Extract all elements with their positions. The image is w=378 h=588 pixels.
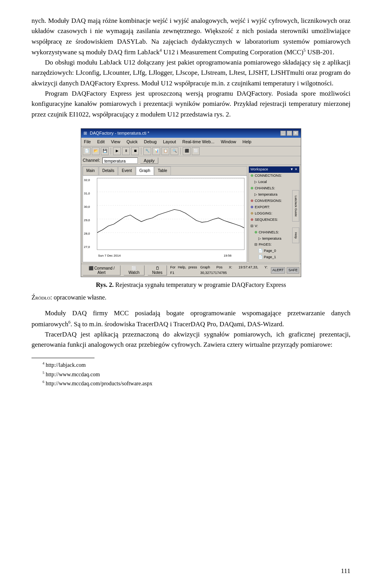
ws-page1[interactable]: 📄 Page_1 xyxy=(257,254,299,261)
menu-window[interactable]: Window xyxy=(220,138,237,146)
menu-layout[interactable]: Layout xyxy=(162,138,177,146)
maximize-button[interactable]: □ xyxy=(287,131,292,136)
paragraph-5: TracerDAQ jest aplikacją przeznaczoną do… xyxy=(32,329,350,350)
toolbar-btn-2[interactable]: 📂 xyxy=(92,147,100,155)
caption-label: Rys. 2. xyxy=(96,281,114,288)
source-line: Źródło: opracowanie własne. xyxy=(32,293,350,303)
toolbar-btn-12[interactable]: ⬜ xyxy=(192,147,200,155)
footnote-4: 4 http://labjack.com xyxy=(32,361,350,369)
ws-local[interactable]: ▷ Local xyxy=(253,179,299,185)
statusbar: ⬛ Command / Alert ⬜ Watch 🗒 Notes For He… xyxy=(81,264,301,277)
caption-text: Rejestracja sygnału temperatury w progra… xyxy=(115,281,286,288)
conversions-label: CONVERSIONS: xyxy=(255,198,282,204)
menu-bar[interactable]: File Edit View Quick Debug Layout Real-t… xyxy=(81,138,301,146)
alert-badge: ALERT xyxy=(271,267,285,274)
graph-area: 32,0 31,0 30,0 29,0 28,0 27,0 xyxy=(83,176,247,262)
export-label: EXPORT: xyxy=(255,205,270,210)
page-number: 111 xyxy=(341,566,350,576)
figure-caption: Rys. 2. Rejestracja sygnału temperatury … xyxy=(96,280,286,290)
tab-event[interactable]: Event xyxy=(118,166,135,175)
graph-inner[interactable] xyxy=(97,178,245,250)
cmd-icon: ⬛ xyxy=(89,266,93,270)
close-button[interactable]: ✕ xyxy=(293,131,298,136)
sequences-label: SEQUENCES: xyxy=(255,217,278,223)
graph-time-label: 19:56 xyxy=(224,253,232,258)
channels2-icon: ⊕ xyxy=(254,230,258,235)
toolbar-btn-3[interactable]: 💾 xyxy=(101,147,109,155)
window-title: ⊞ DAQFactory - temperatura.cti * xyxy=(83,130,149,137)
source-label: Źródło xyxy=(32,294,50,301)
menu-debug[interactable]: Debug xyxy=(143,138,158,146)
toolbar-btn-11[interactable]: ⬛ xyxy=(183,147,191,155)
channels-label-1: CHANNELS: xyxy=(255,186,275,191)
toolbar-btn-4[interactable]: ▶ xyxy=(113,147,121,155)
temperatura2-icon: ▷ xyxy=(258,236,261,242)
v-icon: ⊟ xyxy=(250,224,254,229)
menu-file[interactable]: File xyxy=(83,138,92,146)
ws-page0[interactable]: 📄 Page_0 xyxy=(257,248,299,254)
toolbar-btn-1[interactable]: 📄 xyxy=(83,147,91,155)
tab-table[interactable]: Table xyxy=(154,166,171,175)
toolbar-btn-7[interactable]: 🔧 xyxy=(143,147,151,155)
channel-input[interactable]: temperatura xyxy=(102,157,138,164)
window-titlebar: ⊞ DAQFactory - temperatura.cti * _ □ ✕ xyxy=(81,129,301,138)
tab-graph[interactable]: Graph xyxy=(136,166,154,175)
graph-panel: Main Details Event Graph Table 32,0 31,0 xyxy=(82,166,247,263)
workspace-header: Workspace ▼ ✕ xyxy=(249,166,299,173)
main-area: Main Details Event Graph Table 32,0 31,0 xyxy=(81,165,301,264)
toolbar-separator-3 xyxy=(180,148,181,155)
workspace-controls[interactable]: ▼ ✕ xyxy=(290,167,298,172)
graph-tabs[interactable]: Main Details Event Graph Table xyxy=(83,166,247,176)
menu-quick[interactable]: Quick xyxy=(125,138,139,146)
ws-connections[interactable]: ⊕ CONNECTIONS: xyxy=(249,173,299,179)
menu-view[interactable]: View xyxy=(110,138,122,146)
local-label: Local xyxy=(258,179,267,185)
help-tab[interactable]: Help xyxy=(292,227,299,243)
y-label-5: 28,0 xyxy=(84,231,90,236)
connections-icon: ⊕ xyxy=(250,173,254,179)
graph-svg xyxy=(97,178,244,246)
graph-pos: Graph Pos X: 19:57:47,33, Y: 30,32717174… xyxy=(200,265,268,276)
toolbar-btn-8[interactable]: 📊 xyxy=(152,147,160,155)
watch-button[interactable]: ⬜ Watch xyxy=(124,265,145,276)
help-hint: For Help, press F1 xyxy=(170,265,197,276)
watch-icon: ⬜ xyxy=(132,266,136,270)
tab-details[interactable]: Details xyxy=(99,166,118,175)
y-label-4: 29,0 xyxy=(84,218,90,223)
footnotes: 4 http://labjack.com 5 http://www.mccdaq… xyxy=(32,361,350,388)
alert-safe-badges: ALERT SAFE xyxy=(271,267,299,274)
temperatura1-label: temperatura xyxy=(258,192,278,198)
channels-label-2: CHANNELS: xyxy=(259,230,279,235)
minimize-button[interactable]: _ xyxy=(280,131,286,136)
pages-icon: ⊟ xyxy=(254,242,258,248)
cmd-alert-button[interactable]: ⬛ Command / Alert xyxy=(83,265,120,276)
menu-help[interactable]: Help xyxy=(241,138,253,146)
apply-button[interactable]: Apply xyxy=(140,157,158,164)
window-controls[interactable]: _ □ ✕ xyxy=(280,131,298,136)
menu-realtime[interactable]: Real-time Web... xyxy=(181,138,216,146)
toolbar-btn-5[interactable]: ⏸ xyxy=(122,147,130,155)
channel-bar: Channel: temperatura Apply xyxy=(81,156,301,165)
cmd-label: Command / Alert xyxy=(94,266,115,275)
toolbar-btn-9[interactable]: 📋 xyxy=(161,147,169,155)
notes-label: Notes xyxy=(152,270,163,275)
main-content: nych. Moduły DAQ mają różne kombinacje w… xyxy=(32,16,350,388)
labjack-guide-tab[interactable]: LabJack Guide xyxy=(292,190,299,222)
temperatura2-label: temperatura xyxy=(262,236,282,242)
toolbar-btn-10[interactable]: 🔍 xyxy=(170,147,178,155)
graph-date-label: Sun 7 Dec 2014 xyxy=(98,253,120,258)
safe-badge: SAFE xyxy=(287,267,299,274)
watch-label: Watch xyxy=(128,270,139,275)
y-label-1: 32,0 xyxy=(84,178,90,183)
toolbar-btn-6[interactable]: ⏹ xyxy=(131,147,139,155)
page0-icon: 📄 xyxy=(258,248,263,254)
workspace-title: Workspace xyxy=(250,167,268,172)
tab-main[interactable]: Main xyxy=(83,166,98,175)
export-icon: ⊕ xyxy=(250,205,254,210)
menu-edit[interactable]: Edit xyxy=(96,138,106,146)
notes-button[interactable]: 🗒 Notes xyxy=(148,265,167,276)
toolbar-separator-1 xyxy=(111,148,111,155)
figure-image: ⊞ DAQFactory - temperatura.cti * _ □ ✕ F… xyxy=(81,128,301,277)
temperatura1-icon: ▷ xyxy=(254,192,257,198)
footnote-6: 6 http://www.mccdaq.com/products/softwar… xyxy=(32,379,350,388)
